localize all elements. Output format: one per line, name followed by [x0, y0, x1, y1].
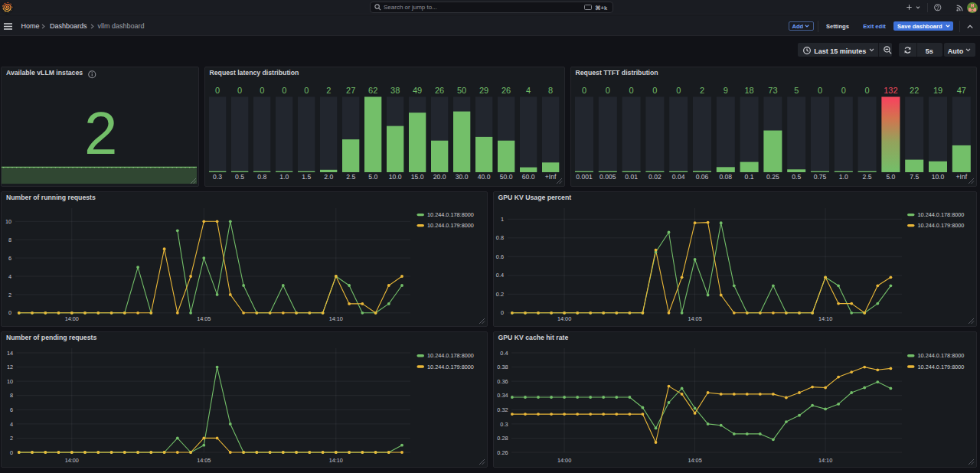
svg-text:14:00: 14:00 [65, 315, 79, 322]
svg-text:132: 132 [884, 86, 897, 95]
svg-text:+Inf: +Inf [544, 173, 556, 181]
svg-text:27: 27 [346, 86, 355, 95]
svg-text:0.005: 0.005 [599, 173, 616, 181]
svg-text:0: 0 [605, 86, 609, 95]
svg-text:0: 0 [581, 86, 586, 95]
svg-text:5.0: 5.0 [886, 173, 895, 181]
svg-text:0.5: 0.5 [792, 173, 801, 181]
svg-text:14:10: 14:10 [818, 457, 831, 464]
svg-text:0: 0 [237, 86, 242, 95]
svg-text:2.5: 2.5 [346, 173, 355, 181]
svg-text:0.2: 0.2 [495, 291, 503, 298]
svg-text:14:00: 14:00 [557, 315, 570, 322]
svg-text:14: 14 [7, 350, 13, 357]
svg-text:0.04: 0.04 [671, 173, 684, 181]
svg-text:62: 62 [368, 86, 377, 95]
svg-text:29: 29 [479, 86, 488, 95]
svg-text:1.5: 1.5 [302, 173, 311, 181]
svg-text:0: 0 [215, 86, 220, 95]
svg-text:5.0: 5.0 [368, 173, 377, 181]
svg-text:2.5: 2.5 [862, 173, 871, 181]
svg-text:5: 5 [794, 86, 799, 95]
svg-text:14:10: 14:10 [818, 315, 831, 322]
svg-text:6: 6 [10, 406, 13, 413]
svg-text:10.244.0.179:8000: 10.244.0.179:8000 [917, 222, 964, 229]
svg-text:14:05: 14:05 [197, 315, 211, 322]
svg-text:47: 47 [956, 86, 965, 95]
svg-text:10: 10 [7, 378, 13, 385]
svg-text:9: 9 [723, 86, 727, 95]
svg-text:49: 49 [412, 86, 421, 95]
svg-text:14:05: 14:05 [688, 315, 701, 322]
svg-text:2.0: 2.0 [324, 173, 333, 181]
svg-text:0.3: 0.3 [213, 173, 222, 181]
svg-text:0.001: 0.001 [576, 173, 593, 181]
svg-text:0: 0 [282, 86, 286, 95]
svg-text:0.4: 0.4 [500, 350, 508, 357]
svg-text:4: 4 [526, 86, 531, 95]
svg-text:14:10: 14:10 [329, 457, 343, 464]
svg-text:0.32: 0.32 [497, 406, 508, 413]
svg-text:19: 19 [933, 86, 942, 95]
svg-text:22: 22 [910, 86, 919, 95]
svg-text:0.4: 0.4 [495, 272, 503, 279]
svg-text:+Inf: +Inf [956, 173, 967, 181]
svg-text:0.38: 0.38 [497, 364, 508, 370]
svg-text:0.26: 0.26 [497, 449, 508, 456]
svg-text:0.36: 0.36 [497, 378, 508, 385]
svg-text:14:00: 14:00 [557, 457, 570, 464]
svg-text:2: 2 [699, 86, 704, 95]
svg-text:38: 38 [390, 86, 400, 95]
svg-text:0: 0 [676, 86, 681, 95]
svg-text:14:00: 14:00 [65, 457, 79, 464]
svg-text:0.8: 0.8 [257, 173, 266, 181]
svg-text:30.0: 30.0 [455, 173, 468, 181]
svg-text:10.0: 10.0 [931, 173, 944, 181]
svg-text:10.244.0.179:8000: 10.244.0.179:8000 [427, 222, 474, 229]
svg-text:0.8: 0.8 [495, 234, 503, 241]
svg-text:10.0: 10.0 [388, 173, 401, 181]
svg-text:0.1: 0.1 [744, 173, 753, 181]
svg-text:10.244.0.178:8000: 10.244.0.178:8000 [427, 352, 474, 359]
svg-text:7.5: 7.5 [910, 173, 919, 181]
svg-text:0.02: 0.02 [648, 173, 662, 181]
svg-text:26: 26 [501, 86, 510, 95]
svg-text:60.0: 60.0 [521, 173, 534, 181]
svg-text:6: 6 [8, 255, 11, 262]
svg-text:0: 0 [500, 309, 503, 316]
svg-text:10.244.0.178:8000: 10.244.0.178:8000 [917, 352, 964, 359]
svg-text:0.6: 0.6 [495, 253, 503, 260]
svg-text:8: 8 [8, 236, 11, 243]
svg-text:0.28: 0.28 [497, 435, 508, 442]
svg-text:0: 0 [8, 309, 11, 316]
svg-text:40.0: 40.0 [477, 173, 490, 181]
svg-text:4: 4 [8, 273, 11, 280]
svg-text:0: 0 [304, 86, 309, 95]
svg-text:50.0: 50.0 [499, 173, 512, 181]
svg-text:0: 0 [10, 449, 13, 456]
svg-text:14:05: 14:05 [688, 457, 701, 464]
svg-text:10.244.0.178:8000: 10.244.0.178:8000 [427, 211, 474, 218]
svg-text:0: 0 [864, 86, 869, 95]
svg-text:0: 0 [260, 86, 264, 95]
svg-text:8: 8 [10, 392, 13, 399]
svg-text:8: 8 [548, 86, 553, 95]
svg-text:18: 18 [744, 86, 753, 95]
svg-text:0.75: 0.75 [813, 173, 826, 181]
svg-text:2: 2 [10, 435, 13, 442]
svg-text:0.06: 0.06 [695, 173, 708, 181]
svg-text:1.0: 1.0 [279, 173, 289, 181]
svg-text:26: 26 [434, 86, 443, 95]
svg-text:2: 2 [8, 292, 11, 298]
svg-text:0.08: 0.08 [719, 173, 732, 181]
svg-text:15.0: 15.0 [410, 173, 423, 181]
svg-text:14:10: 14:10 [329, 315, 343, 322]
svg-text:0.01: 0.01 [625, 173, 638, 181]
svg-text:0.34: 0.34 [497, 392, 508, 399]
svg-text:73: 73 [768, 86, 777, 95]
svg-text:2: 2 [326, 86, 331, 95]
svg-text:0: 0 [817, 86, 822, 95]
svg-text:0: 0 [629, 86, 633, 95]
svg-text:0.3: 0.3 [500, 421, 508, 428]
svg-text:10: 10 [5, 218, 11, 225]
